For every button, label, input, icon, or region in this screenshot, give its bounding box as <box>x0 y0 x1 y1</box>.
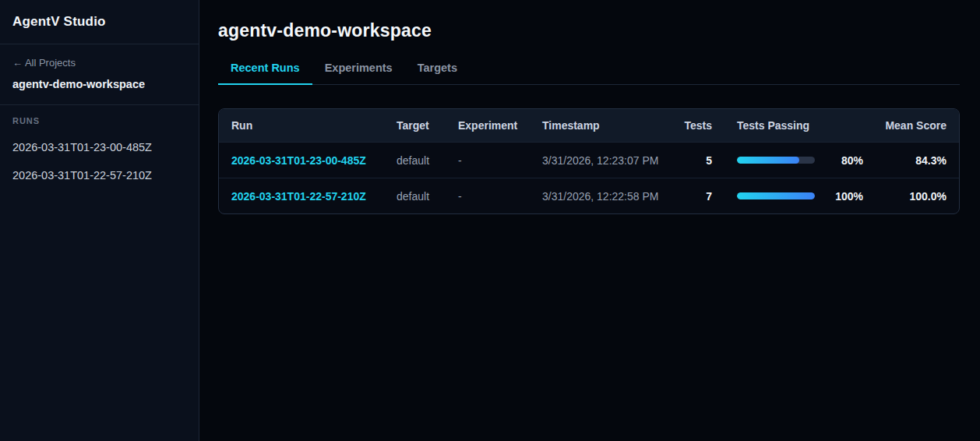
run-link[interactable]: 2026-03-31T01-22-57-210Z <box>231 190 366 203</box>
page-title: agentv-demo-workspace <box>218 20 960 41</box>
tab-experiments[interactable]: Experiments <box>312 62 405 85</box>
sidebar: AgentV Studio ← All Projects agentv-demo… <box>0 0 199 441</box>
tab-recent-runs[interactable]: Recent Runs <box>218 62 312 85</box>
column-header-timestamp: Timestamp <box>542 119 673 132</box>
table-row: 2026-03-31T01-23-00-485Z default - 3/31/… <box>219 142 959 178</box>
progress-bar-fill <box>737 192 815 199</box>
column-header-tests: Tests <box>673 119 712 132</box>
column-header-tests-passing: Tests Passing <box>737 119 863 132</box>
progress-bar-track <box>737 192 815 199</box>
column-header-run: Run <box>231 119 397 132</box>
mean-score-cell: 84.3% <box>863 154 947 167</box>
progress-bar-fill <box>737 157 799 164</box>
timestamp-cell: 3/31/2026, 12:22:58 PM <box>542 190 673 203</box>
tests-passing-cell: 100% <box>737 190 863 203</box>
runs-section-label: RUNS <box>12 116 186 125</box>
target-cell: default <box>397 190 458 203</box>
experiment-cell: - <box>458 154 542 167</box>
main-content: agentv-demo-workspace Recent Runs Experi… <box>199 0 980 441</box>
app-title: AgentV Studio <box>12 14 106 30</box>
column-header-experiment: Experiment <box>458 119 542 132</box>
tests-count-cell: 7 <box>673 190 712 203</box>
runs-table: Run Target Experiment Timestamp Tests Te… <box>218 108 960 214</box>
tests-passing-cell: 80% <box>737 154 863 167</box>
run-link[interactable]: 2026-03-31T01-23-00-485Z <box>231 154 366 167</box>
passing-percentage: 100% <box>815 190 863 203</box>
column-header-target: Target <box>397 119 458 132</box>
mean-score-cell: 100.0% <box>863 190 947 203</box>
column-header-mean-score: Mean Score <box>863 119 947 132</box>
target-cell: default <box>397 154 458 167</box>
tab-bar: Recent Runs Experiments Targets <box>218 62 960 85</box>
sidebar-project-section: ← All Projects agentv-demo-workspace <box>0 44 199 105</box>
timestamp-cell: 3/31/2026, 12:23:07 PM <box>542 154 673 167</box>
sidebar-run-item[interactable]: 2026-03-31T01-23-00-485Z <box>12 141 186 153</box>
table-header-row: Run Target Experiment Timestamp Tests Te… <box>219 109 959 142</box>
sidebar-runs-section: RUNS 2026-03-31T01-23-00-485Z 2026-03-31… <box>0 105 199 192</box>
progress-bar-track <box>737 157 815 164</box>
table-row: 2026-03-31T01-22-57-210Z default - 3/31/… <box>219 178 959 213</box>
all-projects-back-link[interactable]: ← All Projects <box>12 57 76 69</box>
experiment-cell: - <box>458 190 542 203</box>
passing-percentage: 80% <box>815 154 863 167</box>
app-window: AgentV Studio ← All Projects agentv-demo… <box>0 0 980 441</box>
tab-targets[interactable]: Targets <box>405 62 470 85</box>
sidebar-header: AgentV Studio <box>0 0 199 44</box>
tests-count-cell: 5 <box>673 154 712 167</box>
sidebar-run-item[interactable]: 2026-03-31T01-22-57-210Z <box>12 169 186 182</box>
sidebar-project-name: agentv-demo-workspace <box>12 78 186 90</box>
